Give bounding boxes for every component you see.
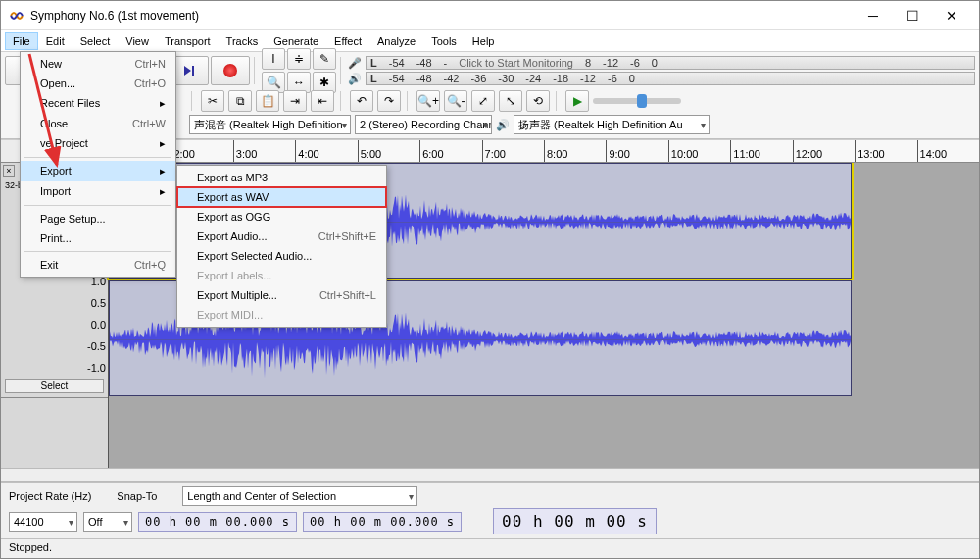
svg-marker-7: [184, 66, 191, 76]
export-menu-item: Export Labels...: [177, 266, 386, 285]
menu-tools[interactable]: Tools: [423, 32, 465, 50]
zoom-out-button[interactable]: 🔍-: [444, 90, 467, 112]
zoom-sel-button[interactable]: ⤢: [471, 90, 495, 112]
track-close-button[interactable]: ×: [3, 165, 15, 177]
timeline-tick: 13:00: [855, 140, 885, 162]
timeline-tick: 11:00: [730, 140, 760, 162]
undo-button[interactable]: ↶: [350, 90, 373, 112]
play-at-speed-button[interactable]: ▶: [565, 90, 589, 112]
file-menu-item[interactable]: ve Project: [21, 133, 175, 154]
mic-icon: 🎤: [348, 57, 362, 70]
timeline-tick: 5:00: [358, 140, 381, 162]
timeline-tick: 3:00: [233, 140, 257, 162]
statusbar: Stopped.: [1, 538, 979, 558]
window-title: Symphony No.6 (1st movement): [30, 9, 854, 23]
menu-generate[interactable]: Generate: [266, 32, 326, 50]
timeline-tick: 9:00: [606, 140, 629, 162]
export-submenu: Export as MP3Export as WAVExport as OGGE…: [176, 165, 387, 328]
silence-button[interactable]: ⇤: [311, 90, 334, 112]
menu-select[interactable]: Select: [73, 32, 119, 50]
timeline-tick: 6:00: [419, 140, 443, 162]
selection-start-time[interactable]: 00 h 00 m 00.000 s: [138, 512, 297, 532]
file-menu-item[interactable]: CloseCtrl+W: [21, 114, 175, 133]
selection-toolbar: Project Rate (Hz) Snap-To Length and Cen…: [1, 482, 979, 538]
timeline-tick: 8:00: [544, 140, 567, 162]
file-menu-item[interactable]: Page Setup...: [21, 209, 175, 229]
zoom-fit-button[interactable]: ⤡: [499, 90, 522, 112]
snap-to-label: Snap-To: [117, 490, 157, 502]
selection-tool[interactable]: I: [262, 48, 285, 70]
draw-tool[interactable]: ✎: [313, 48, 336, 70]
record-button[interactable]: [211, 56, 250, 85]
copy-button[interactable]: ⧉: [228, 90, 252, 112]
zoom-toggle-button[interactable]: ⟲: [526, 90, 550, 112]
export-menu-item[interactable]: Export Multiple...Ctrl+Shift+L: [177, 285, 386, 305]
menu-help[interactable]: Help: [465, 32, 503, 50]
menu-view[interactable]: View: [118, 32, 157, 50]
menu-effect[interactable]: Effect: [326, 32, 369, 50]
file-menu-item[interactable]: Open...Ctrl+O: [21, 74, 175, 93]
timeline-tick: 14:00: [917, 140, 948, 162]
project-rate-label: Project Rate (Hz): [9, 490, 91, 502]
minimize-button[interactable]: ─: [854, 2, 893, 29]
project-rate-combo[interactable]: 44100: [9, 512, 77, 532]
zoom-in-button[interactable]: 🔍+: [416, 90, 440, 112]
file-menu-item[interactable]: Import: [21, 181, 175, 202]
menu-edit[interactable]: Edit: [38, 32, 73, 50]
selection-end-time[interactable]: 00 h 00 m 00.000 s: [303, 512, 462, 532]
file-menu-item[interactable]: ExitCtrl+Q: [21, 255, 175, 275]
channels-combo[interactable]: 2 (Stereo) Recording Chann: [355, 115, 492, 134]
snap-to-combo[interactable]: Off: [83, 512, 132, 532]
export-menu-item[interactable]: Export Audio...Ctrl+Shift+E: [177, 227, 386, 246]
audio-position-time[interactable]: 00 h 00 m 00 s: [493, 508, 657, 534]
paste-button[interactable]: 📋: [256, 90, 279, 112]
app-logo-icon: [9, 8, 24, 24]
menubar: File Edit Select View Transport Tracks G…: [1, 30, 979, 52]
selection-format-combo[interactable]: Length and Center of Selection: [182, 486, 417, 506]
track-select-button[interactable]: Select: [5, 379, 104, 393]
envelope-tool[interactable]: ≑: [287, 48, 311, 70]
playback-meter[interactable]: L -54-48-42-36-30-24-18-12-60: [366, 72, 975, 85]
timeline-tick: 12:00: [793, 140, 823, 162]
export-menu-item[interactable]: Export as MP3: [177, 168, 386, 187]
titlebar: Symphony No.6 (1st movement) ─ ☐ ✕: [1, 1, 979, 30]
timeline-tick: 7:00: [482, 140, 506, 162]
file-menu-item[interactable]: Print...: [21, 229, 175, 248]
export-menu-item[interactable]: Export Selected Audio...: [177, 246, 386, 266]
trim-button[interactable]: ⇥: [283, 90, 307, 112]
export-menu-item[interactable]: Export as WAV: [177, 187, 386, 207]
export-menu-item: Export MIDI...: [177, 305, 386, 325]
record-meter[interactable]: L -54-48- Click to Start Monitoring 8-12…: [366, 56, 975, 70]
menu-transport[interactable]: Transport: [157, 32, 219, 50]
playback-speed-slider[interactable]: [593, 98, 681, 104]
timeline-tick: 4:00: [295, 140, 318, 162]
status-text: Stopped.: [9, 541, 52, 553]
file-menu-dropdown: NewCtrl+NOpen...Ctrl+ORecent FilesCloseC…: [20, 51, 176, 278]
file-menu-item[interactable]: Export: [21, 161, 175, 181]
maximize-button[interactable]: ☐: [893, 2, 932, 29]
close-button[interactable]: ✕: [932, 2, 971, 29]
menu-tracks[interactable]: Tracks: [219, 32, 267, 50]
svg-rect-6: [192, 66, 194, 76]
menu-analyze[interactable]: Analyze: [369, 32, 423, 50]
input-device-combo[interactable]: 声混音 (Realtek High Definition: [189, 115, 351, 134]
output-device-combo[interactable]: 扬声器 (Realtek High Definition Au: [514, 115, 710, 134]
redo-button[interactable]: ↷: [377, 90, 401, 112]
file-menu-item[interactable]: NewCtrl+N: [21, 54, 175, 74]
cut-button[interactable]: ✂: [201, 90, 224, 112]
speaker-icon: 🔊: [348, 73, 362, 85]
timeline-tick: 10:00: [668, 140, 699, 162]
file-menu-item[interactable]: Recent Files: [21, 93, 175, 114]
menu-file[interactable]: File: [5, 32, 38, 50]
horizontal-scrollbar[interactable]: [1, 468, 979, 482]
export-menu-item[interactable]: Export as OGG: [177, 207, 386, 227]
output-icon: 🔊: [496, 119, 510, 131]
